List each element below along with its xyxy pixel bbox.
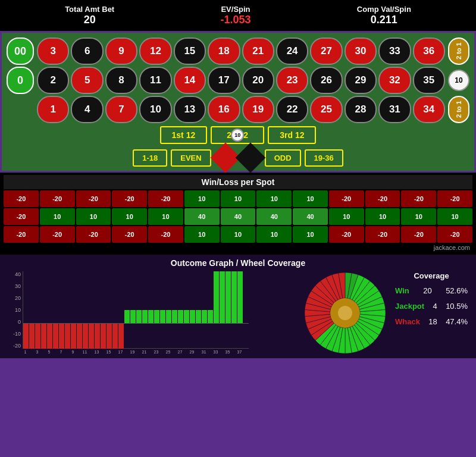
y-label-30: 30 xyxy=(6,283,21,289)
wl-cell-2-11: -20 xyxy=(401,226,436,243)
wl-cell-0-6: 10 xyxy=(221,190,256,207)
num-3[interactable]: 3 xyxy=(37,37,69,65)
x-label-13: 13 xyxy=(94,350,99,354)
num-26[interactable]: 26 xyxy=(310,67,342,94)
num-11[interactable]: 11 xyxy=(139,67,171,94)
graph-section: Outcome Graph / Wheel Coverage 40 30 20 … xyxy=(0,255,476,358)
num-1[interactable]: 1 xyxy=(37,96,69,123)
bar-22 xyxy=(148,271,154,349)
x-label-19: 19 xyxy=(130,350,135,354)
bar-27 xyxy=(178,271,183,349)
x-label-25: 25 xyxy=(165,350,171,354)
wheel-container xyxy=(303,271,387,355)
bar-14 xyxy=(101,271,106,349)
total-amt-bet-col: Total Amt Bet 20 xyxy=(65,5,114,26)
num-28[interactable]: 28 xyxy=(345,96,377,123)
num-30[interactable]: 30 xyxy=(345,37,377,65)
bar-2 xyxy=(29,271,35,349)
bar-1 xyxy=(23,271,29,349)
num-5[interactable]: 5 xyxy=(71,67,103,94)
side-2to1-bot[interactable]: 2 to 1 xyxy=(448,96,469,123)
comp-val-label: Comp Val/Spin xyxy=(357,5,411,14)
x-label-5: 5 xyxy=(46,350,52,354)
bar-13 xyxy=(95,271,100,349)
dozen-3rd[interactable]: 3rd 12 xyxy=(268,126,316,144)
num-22[interactable]: 22 xyxy=(276,96,308,123)
bet-odd[interactable]: ODD xyxy=(265,149,301,167)
num-15[interactable]: 15 xyxy=(174,37,206,65)
num-17[interactable]: 17 xyxy=(208,67,240,94)
wl-cell-1-10: 10 xyxy=(365,208,400,225)
bar-36 xyxy=(231,271,237,349)
num-33[interactable]: 33 xyxy=(378,37,411,65)
x-label-7: 7 xyxy=(58,350,64,354)
zero[interactable]: 0 xyxy=(7,67,34,94)
y-label-neg20: -20 xyxy=(6,343,21,349)
num-6[interactable]: 6 xyxy=(71,37,103,65)
side-2to1-top[interactable]: 2 to 1 xyxy=(448,37,469,65)
bet-even[interactable]: EVEN xyxy=(171,149,211,167)
wl-cell-1-3: 10 xyxy=(112,208,147,225)
num-2[interactable]: 2 xyxy=(37,67,69,94)
wl-cell-2-12: -20 xyxy=(437,226,472,243)
wl-cell-1-2: 10 xyxy=(76,208,111,225)
num-13[interactable]: 13 xyxy=(174,96,206,123)
num-34[interactable]: 34 xyxy=(413,96,445,123)
num-9[interactable]: 9 xyxy=(105,37,137,65)
num-19[interactable]: 19 xyxy=(242,96,274,123)
num-7[interactable]: 7 xyxy=(105,96,137,123)
num-31[interactable]: 31 xyxy=(378,96,411,123)
x-label-28 xyxy=(183,350,189,354)
zero-line xyxy=(23,323,249,324)
bet-1-18[interactable]: 1-18 xyxy=(133,149,167,167)
wl-cell-2-2: -20 xyxy=(76,226,111,243)
y-label-neg10: -10 xyxy=(6,331,21,337)
ev-spin-col: EV/Spin -1.053 xyxy=(220,5,250,26)
num-32[interactable]: 32 xyxy=(378,67,411,94)
wl-cell-1-1: 10 xyxy=(40,208,75,225)
dozen-2nd[interactable]: 2n 10 12 xyxy=(211,126,264,144)
num-24[interactable]: 24 xyxy=(276,37,308,65)
red-diamond-container xyxy=(215,147,236,168)
wl-cell-2-4: -20 xyxy=(148,226,183,243)
num-21[interactable]: 21 xyxy=(242,37,274,65)
bet-19-36[interactable]: 19-36 xyxy=(305,149,343,167)
bar-chart-container: 40 30 20 10 0 -10 -20 135791113151719212… xyxy=(6,271,298,354)
coverage-jackpot-pct: 10.5% xyxy=(446,302,468,311)
num-4[interactable]: 4 xyxy=(71,96,103,123)
bar-32 xyxy=(208,271,213,349)
num-16[interactable]: 16 xyxy=(208,96,240,123)
coverage-win-pct: 52.6% xyxy=(446,286,468,295)
dozen-row: 1st 12 2n 10 12 3rd 12 xyxy=(7,126,469,144)
double-zero[interactable]: 00 xyxy=(7,37,34,65)
coverage-whack-label: Whack xyxy=(395,317,420,326)
num-20[interactable]: 20 xyxy=(242,67,274,94)
num-23[interactable]: 23 xyxy=(276,67,308,94)
x-label-35: 35 xyxy=(225,350,230,354)
y-label-40: 40 xyxy=(6,271,21,277)
y-label-10: 10 xyxy=(6,307,21,313)
num-36[interactable]: 36 xyxy=(413,37,445,65)
jackace-credit: jackace.com xyxy=(4,243,472,252)
num-35[interactable]: 35 xyxy=(413,67,445,94)
dozen-1st[interactable]: 1st 12 xyxy=(160,126,208,144)
num-8[interactable]: 8 xyxy=(105,67,137,94)
coverage-jackpot-row: Jackpot 4 10.5% xyxy=(393,299,470,313)
num-29[interactable]: 29 xyxy=(345,67,377,94)
num-18[interactable]: 18 xyxy=(208,37,240,65)
bar-21 xyxy=(142,271,148,349)
bar-37 xyxy=(237,271,243,349)
num-27[interactable]: 27 xyxy=(310,37,342,65)
wl-cell-0-11: -20 xyxy=(401,190,436,207)
num-14[interactable]: 14 xyxy=(174,67,206,94)
black-diamond[interactable] xyxy=(235,143,265,173)
num-12[interactable]: 12 xyxy=(139,37,171,65)
wl-cell-2-0: -20 xyxy=(4,226,39,243)
num-25[interactable]: 25 xyxy=(310,96,342,123)
bar-31 xyxy=(202,271,207,349)
num-10[interactable]: 10 xyxy=(139,96,171,123)
y-label-20: 20 xyxy=(6,295,21,301)
x-label-31: 31 xyxy=(201,350,206,354)
bar-9 xyxy=(71,271,76,349)
x-label-10 xyxy=(76,350,82,354)
